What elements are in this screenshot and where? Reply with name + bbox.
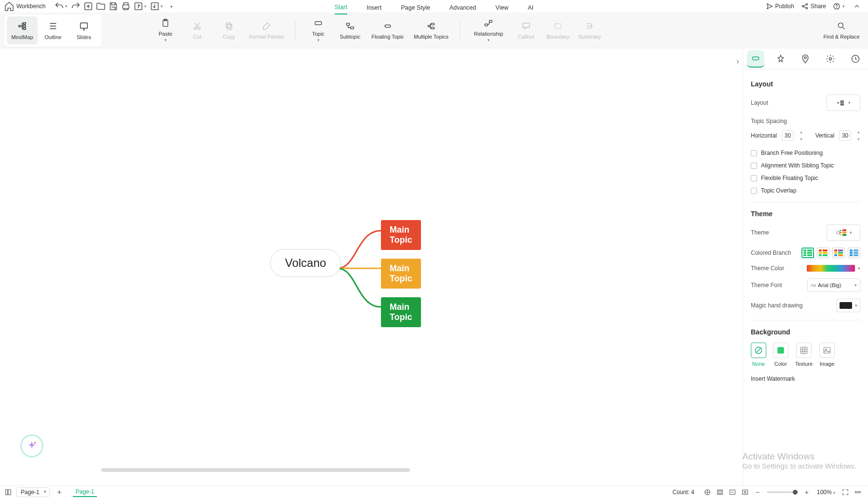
main-topic-2[interactable]: Main Topic — [381, 259, 421, 289]
cut-button[interactable]: Cut — [181, 16, 213, 44]
zoom-slider[interactable] — [767, 491, 798, 493]
vertical-spinner[interactable]: ▲▼ — [857, 130, 860, 141]
vertical-input[interactable]: 30 — [839, 130, 851, 141]
theme-font-dropdown[interactable]: Aa Arial (Big) ▾ — [807, 278, 860, 292]
main-topic-1[interactable]: Main Topic — [381, 220, 421, 250]
svg-point-80 — [744, 491, 746, 493]
page-tab-1[interactable]: Page-1 — [73, 487, 97, 497]
publish-button[interactable]: Publish — [766, 2, 794, 10]
branch-color-opt-4[interactable] — [848, 248, 860, 258]
more-caret-icon[interactable]: ▾ — [166, 1, 176, 12]
topic-button[interactable]: Topic ▾ — [302, 16, 334, 44]
flexible-floating-checkbox-row[interactable]: Flexible Floating Topic — [751, 175, 860, 181]
zoom-slider-knob[interactable] — [793, 490, 798, 495]
fit-width-icon[interactable] — [728, 487, 737, 497]
ai-assistant-fab[interactable] — [20, 434, 43, 457]
new-icon[interactable] — [83, 1, 94, 12]
view-mindmap[interactable]: MindMap — [7, 16, 38, 44]
topic-spacing-label: Topic Spacing — [751, 118, 860, 124]
central-topic[interactable]: Volcano — [270, 249, 341, 277]
magic-hand-dropdown[interactable]: ▾ — [836, 299, 860, 312]
collapse-panel-icon[interactable] — [733, 57, 743, 67]
fit-screen-icon[interactable] — [703, 487, 712, 497]
branch-free-checkbox-row[interactable]: Branch Free Positioning — [751, 150, 860, 156]
copy-button[interactable]: Copy — [213, 16, 245, 44]
topic-overlap-checkbox-row[interactable]: Topic Overlap — [751, 187, 860, 194]
import-icon[interactable] — [149, 1, 160, 12]
fit-selection-icon[interactable] — [740, 487, 750, 497]
fullscreen-icon[interactable] — [841, 487, 850, 497]
help-button[interactable]: ▾ — [833, 2, 845, 10]
zoom-percentage[interactable]: 100% ▾ — [817, 489, 835, 496]
horizontal-scrollbar[interactable] — [0, 468, 743, 473]
tab-advanced[interactable]: Advanced — [449, 4, 476, 14]
theme-dropdown[interactable]: ▾ — [827, 224, 860, 241]
collapse-ribbon-icon[interactable] — [852, 1, 862, 12]
boundary-button[interactable]: Boundary — [542, 16, 574, 44]
panel-tab-layout[interactable] — [747, 50, 764, 68]
subtopic-button[interactable]: Subtopic — [334, 16, 366, 44]
export-icon[interactable] — [133, 1, 144, 12]
horizontal-label: Horizontal — [751, 132, 777, 139]
multiple-topics-button[interactable]: Multiple Topics — [409, 16, 453, 44]
align-sibling-checkbox-row[interactable]: Alignment With Sibling Topic — [751, 162, 860, 169]
panel-tab-map-icon[interactable] — [797, 50, 814, 68]
bg-color[interactable]: Color — [773, 343, 788, 367]
undo-caret-icon[interactable]: ▾ — [64, 1, 68, 12]
fit-page-icon[interactable] — [715, 487, 725, 497]
home-icon[interactable] — [4, 1, 14, 12]
svg-rect-19 — [226, 23, 231, 28]
branch-color-opt-2[interactable] — [817, 248, 829, 258]
vertical-value: 30 — [842, 132, 848, 139]
floating-topic-button[interactable]: Floating Topic — [366, 16, 409, 44]
zoom-in-button[interactable]: + — [802, 487, 812, 497]
tab-view[interactable]: View — [496, 4, 509, 14]
redo-icon[interactable] — [70, 1, 81, 12]
svg-point-30 — [838, 23, 843, 28]
undo-icon[interactable] — [54, 1, 65, 12]
svg-rect-54 — [823, 254, 827, 256]
branch-color-opt-3[interactable] — [832, 248, 845, 258]
view-outline[interactable]: Outline — [38, 16, 68, 44]
paste-button[interactable]: Paste ▾ — [149, 16, 181, 44]
summary-button[interactable]: Summary — [574, 16, 606, 44]
canvas[interactable]: Volcano Main Topic Main Topic Main Topic — [0, 48, 743, 485]
horizontal-input[interactable]: 30 — [782, 130, 794, 141]
minimize-panel-icon[interactable] — [853, 487, 863, 497]
tab-ai[interactable]: AI — [528, 4, 533, 14]
panel-tab-style[interactable] — [772, 50, 789, 68]
main-topic-3[interactable]: Main Topic — [381, 297, 421, 327]
view-slides[interactable]: Slides — [68, 16, 99, 44]
share-button[interactable]: Share — [801, 2, 826, 10]
layout-dropdown[interactable]: ▾ — [827, 95, 860, 111]
save-icon[interactable] — [108, 1, 119, 12]
find-replace-button[interactable]: Find & Replace — [820, 16, 863, 44]
bg-texture[interactable]: Texture — [795, 343, 813, 367]
page-list-icon[interactable] — [4, 488, 13, 497]
import-caret-icon[interactable]: ▾ — [159, 1, 164, 12]
tab-page-style[interactable]: Page Style — [401, 4, 430, 14]
tab-insert[interactable]: Insert — [366, 4, 381, 14]
panel-tab-settings-icon[interactable] — [822, 50, 839, 68]
export-caret-icon[interactable]: ▾ — [143, 1, 148, 12]
callout-button[interactable]: Callout — [510, 16, 542, 44]
zoom-out-button[interactable]: − — [753, 487, 762, 497]
print-icon[interactable] — [121, 1, 131, 12]
add-page-button[interactable] — [54, 487, 64, 497]
svg-point-72 — [34, 442, 36, 444]
panel-tab-history-icon[interactable] — [847, 50, 864, 68]
relationship-button[interactable]: Relationship ▾ — [467, 16, 510, 44]
format-painter-button[interactable]: Format Painter — [245, 16, 288, 44]
bg-none[interactable]: None — [751, 343, 766, 367]
tab-start[interactable]: Start — [335, 4, 347, 14]
bg-image[interactable]: Image — [819, 343, 835, 367]
branch-color-opt-1[interactable] — [801, 248, 814, 258]
open-icon[interactable] — [95, 1, 106, 12]
page-dropdown[interactable]: Page-1 — [16, 487, 50, 497]
flexible-floating-label: Flexible Floating Topic — [761, 175, 818, 181]
svg-rect-42 — [842, 234, 846, 236]
theme-color-dropdown[interactable]: ▾ — [807, 265, 860, 272]
horizontal-spinner[interactable]: ▲▼ — [800, 130, 803, 141]
scrollbar-thumb[interactable] — [101, 468, 410, 472]
insert-watermark-link[interactable]: Insert Watermark — [751, 375, 860, 382]
